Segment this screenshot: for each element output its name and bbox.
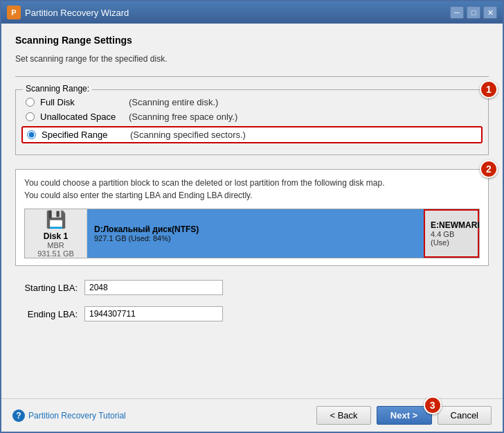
unallocated-radio[interactable] bbox=[26, 112, 35, 121]
starting-lba-input[interactable] bbox=[84, 280, 223, 295]
next-button[interactable]: Next > bbox=[377, 406, 432, 425]
partition-e[interactable]: E:NEWMARK 4.4 GB (Use) bbox=[424, 209, 479, 258]
partition-list: D:Локальный диск(NTFS) 927.1 GB (Used: 8… bbox=[87, 209, 479, 258]
unallocated-label: Unallocated Space bbox=[40, 112, 123, 122]
ending-lba-label: Ending LBA: bbox=[15, 309, 78, 319]
disk-info-box: 2 You could choose a partition block to … bbox=[15, 169, 489, 266]
cancel-button[interactable]: Cancel bbox=[438, 406, 492, 425]
partition-e-detail: 4.4 GB (Use) bbox=[431, 230, 472, 247]
partition-d[interactable]: D:Локальный диск(NTFS) 927.1 GB (Used: 8… bbox=[87, 209, 424, 258]
back-button[interactable]: < Back bbox=[316, 406, 370, 425]
unallocated-desc: (Scanning free space only.) bbox=[129, 112, 237, 122]
disk-info-text: You could choose a partition block to sc… bbox=[24, 177, 480, 202]
annotation-badge-3: 3 bbox=[424, 396, 442, 414]
tutorial-link[interactable]: ? Partition Recovery Tutorial bbox=[12, 409, 126, 422]
footer: ? Partition Recovery Tutorial < Back 3 N… bbox=[1, 398, 503, 432]
tutorial-link-text: Partition Recovery Tutorial bbox=[28, 411, 126, 421]
disk-details: 💾 Disk 1 MBR 931.51 GB bbox=[25, 209, 87, 258]
page-title: Scanning Range Settings bbox=[15, 35, 489, 46]
specified-desc: (Scanning specified sectors.) bbox=[130, 130, 246, 140]
disk-type: MBR bbox=[47, 241, 64, 249]
ending-lba-row: Ending LBA: bbox=[15, 306, 489, 321]
page-subtitle: Set scanning range for the specified dis… bbox=[15, 54, 489, 64]
radio-specified[interactable]: Specified Range (Scanning specified sect… bbox=[21, 126, 483, 143]
disk-icon: 💾 bbox=[46, 210, 66, 229]
window-title: Partition Recovery Wizard bbox=[25, 8, 450, 18]
partition-d-label: D:Локальный диск(NTFS) bbox=[94, 224, 416, 234]
radio-full-disk[interactable]: Full Disk (Scanning entire disk.) bbox=[26, 97, 478, 107]
starting-lba-label: Starting LBA: bbox=[15, 283, 78, 293]
footer-buttons: < Back 3 Next > Cancel bbox=[316, 406, 492, 425]
ending-lba-input[interactable] bbox=[84, 306, 223, 321]
disk-map: 💾 Disk 1 MBR 931.51 GB D:Локальный диск(… bbox=[24, 209, 480, 258]
specified-label: Specified Range bbox=[42, 130, 125, 140]
content-area: Scanning Range Settings Set scanning ran… bbox=[1, 24, 503, 398]
radio-unallocated[interactable]: Unallocated Space (Scanning free space o… bbox=[26, 112, 478, 122]
close-button[interactable]: ✕ bbox=[483, 6, 497, 19]
full-disk-label: Full Disk bbox=[40, 97, 123, 107]
full-disk-desc: (Scanning entire disk.) bbox=[129, 97, 218, 107]
annotation-badge-1: 1 bbox=[480, 80, 498, 98]
minimize-button[interactable]: ─ bbox=[450, 6, 464, 19]
scanning-range-group: Scanning Range: 1 Full Disk (Scanning en… bbox=[15, 89, 489, 155]
disk-size: 931.51 GB bbox=[37, 249, 74, 258]
partition-d-detail: 927.1 GB (Used: 84%) bbox=[94, 234, 416, 242]
app-icon: P bbox=[7, 6, 21, 19]
group-label: Scanning Range: bbox=[23, 84, 92, 94]
main-window: P Partition Recovery Wizard ─ □ ✕ Scanni… bbox=[0, 0, 504, 433]
partition-e-label: E:NEWMARK bbox=[431, 220, 472, 230]
specified-radio[interactable] bbox=[27, 130, 36, 139]
full-disk-radio[interactable] bbox=[26, 98, 35, 107]
disk-name: Disk 1 bbox=[44, 231, 68, 241]
window-controls: ─ □ ✕ bbox=[450, 6, 497, 19]
annotation-badge-2: 2 bbox=[480, 160, 498, 178]
maximize-button[interactable]: □ bbox=[467, 6, 480, 19]
starting-lba-row: Starting LBA: bbox=[15, 280, 489, 295]
title-bar: P Partition Recovery Wizard ─ □ ✕ bbox=[1, 1, 503, 24]
help-icon: ? bbox=[12, 409, 25, 422]
